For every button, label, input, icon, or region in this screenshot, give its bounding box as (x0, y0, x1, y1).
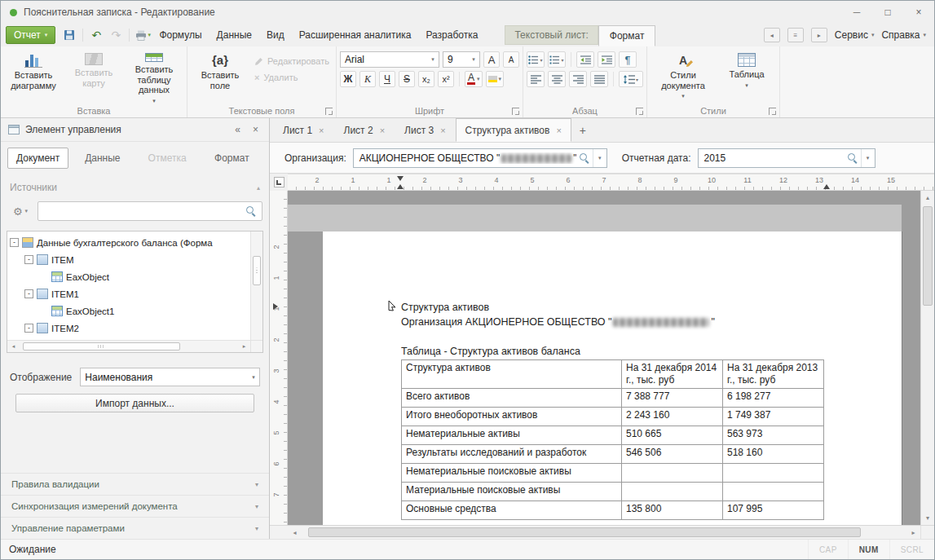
ribbon-nav-forward-button[interactable]: ▸ (811, 28, 827, 42)
dialog-launcher-icon[interactable] (325, 108, 333, 115)
tree-expander-icon[interactable]: - (24, 289, 33, 298)
tree-node[interactable]: EaxObject1 (10, 302, 249, 320)
italic-button[interactable]: К (359, 71, 376, 87)
chevron-down-icon[interactable]: ▾ (861, 149, 875, 167)
font-name-combo[interactable]: Arial ▾ (340, 51, 439, 68)
import-data-button[interactable]: Импорт данных... (15, 394, 254, 412)
numbered-list-button[interactable]: ▾ (548, 51, 566, 68)
dialog-launcher-icon[interactable] (636, 108, 643, 115)
scroll-up-icon[interactable]: ▴ (921, 191, 934, 205)
document-canvas[interactable]: Структура активов Организация АКЦИОНЕРНО… (288, 191, 920, 525)
tree-expander-icon[interactable]: - (24, 324, 33, 333)
sheet-tab[interactable]: Лист 2 × (334, 118, 395, 142)
ribbon-tab[interactable]: Формулы (152, 25, 209, 45)
line-spacing-button[interactable]: ▾ (619, 71, 643, 87)
sheet-tab[interactable]: Лист 3 × (395, 118, 456, 142)
report-menu-button[interactable]: Отчет ▾ (6, 26, 55, 44)
scroll-right-icon[interactable]: ▸ (906, 526, 920, 539)
font-size-combo[interactable]: 9 ▾ (443, 51, 480, 68)
tree-expander-icon[interactable]: - (10, 238, 19, 247)
tree-horizontal-scrollbar[interactable]: ◂ ▸ (7, 340, 250, 352)
collapsed-section-header[interactable]: Синхронизация измерений документа ▾ (1, 495, 269, 517)
tree-expander-icon[interactable]: - (24, 255, 33, 264)
panel-collapse-button[interactable]: « (232, 124, 244, 135)
ribbon-minimize-button[interactable]: ≡ (787, 28, 804, 42)
sheet-tab-close-icon[interactable]: × (319, 126, 324, 135)
subscript-button[interactable]: x₂ (418, 71, 434, 87)
save-button[interactable] (60, 27, 78, 43)
document-org-line[interactable]: Организация АКЦИОНЕРНОЕ ОБЩЕСТВО "" (401, 316, 715, 328)
increase-indent-button[interactable] (598, 51, 615, 68)
left-indent-marker[interactable] (397, 184, 404, 189)
decrease-indent-button[interactable] (576, 51, 594, 68)
table-styles-button[interactable]: Таблица ▾ (717, 49, 776, 104)
horizontal-ruler[interactable]: 21123456789101112131415 (288, 174, 934, 191)
vertical-scroll-thumb[interactable] (923, 206, 933, 306)
strikethrough-button[interactable]: S (399, 71, 415, 87)
organization-combo[interactable]: АКЦИОНЕРНОЕ ОБЩЕСТВО "" ▾ (353, 148, 607, 168)
right-indent-marker[interactable] (823, 184, 830, 189)
close-button[interactable]: × (903, 2, 934, 23)
scroll-left-icon[interactable]: ◂ (288, 526, 302, 539)
service-menu[interactable]: Сервис ▾ (835, 29, 875, 41)
tree-node[interactable]: EaxObject (10, 268, 249, 285)
align-center-button[interactable] (548, 71, 566, 87)
tree-vertical-scroll-thumb[interactable] (253, 256, 261, 285)
align-left-button[interactable] (527, 71, 545, 87)
scroll-left-icon[interactable]: ◂ (7, 341, 20, 352)
undo-button[interactable]: ↶ (87, 27, 105, 43)
minimize-button[interactable]: ─ (841, 2, 872, 23)
panel-tab[interactable]: Документ (7, 148, 68, 169)
scroll-right-icon[interactable]: ▸ (238, 341, 250, 352)
bullet-list-button[interactable]: ▾ (527, 51, 545, 68)
insert-datatable-button[interactable]: Вставить таблицу данных ▾ (125, 49, 183, 104)
horizontal-scroll-track[interactable] (302, 526, 906, 539)
panel-tab[interactable]: Отметка (137, 148, 198, 169)
vertical-ruler[interactable]: 211234567 (270, 191, 288, 525)
ribbon-nav-back-button[interactable]: ◂ (764, 28, 780, 42)
document-heading[interactable]: Структура активов (401, 302, 489, 313)
insert-chart-button[interactable]: Вставить диаграмму (4, 49, 63, 104)
document-page[interactable]: Структура активов Организация АКЦИОНЕРНО… (323, 231, 902, 525)
report-date-combo[interactable]: 2015 ▾ (698, 148, 875, 168)
maximize-button[interactable]: □ (872, 2, 903, 23)
sheet-tab-close-icon[interactable]: × (556, 126, 561, 135)
superscript-button[interactable]: x² (438, 71, 454, 87)
ribbon-tab[interactable]: Данные (209, 25, 259, 45)
vertical-scroll-track[interactable] (921, 205, 934, 511)
ruler-corner[interactable] (270, 174, 288, 191)
redo-button[interactable]: ↷ (107, 27, 125, 43)
help-menu[interactable]: Справка ▾ (881, 29, 926, 41)
ribbon-tab[interactable]: Вид (259, 25, 292, 45)
horizontal-scrollbar[interactable]: ◂ ▸ (270, 525, 934, 539)
display-mode-combo[interactable]: Наименования ▾ (80, 368, 260, 386)
dialog-launcher-icon[interactable] (769, 108, 776, 115)
horizontal-scroll-thumb[interactable] (308, 527, 861, 537)
chevron-down-icon[interactable]: ▾ (593, 149, 606, 167)
ribbon-tab[interactable]: Разработка (418, 25, 485, 45)
print-button[interactable]: ▾ (134, 27, 152, 43)
dialog-launcher-icon[interactable] (512, 108, 519, 115)
insert-field-button[interactable]: {a} Вставить поле (191, 49, 249, 104)
panel-tab[interactable]: Данные (72, 148, 133, 169)
align-right-button[interactable] (569, 71, 587, 87)
assets-table[interactable]: Структура активов На 31 декабря 2014 г.,… (401, 359, 824, 520)
scroll-down-icon[interactable]: ▾ (921, 511, 934, 525)
tree-node[interactable]: - ITEM1 (10, 285, 249, 302)
paragraph-mark-button[interactable]: ¶ (619, 51, 637, 68)
sheet-tab[interactable]: Лист 1 × (273, 118, 334, 142)
first-line-indent-marker[interactable] (397, 176, 404, 181)
vertical-scrollbar[interactable]: ▴ ▾ (920, 191, 934, 525)
document-styles-button[interactable]: А Стили документа ▾ (651, 49, 716, 104)
sources-section-header[interactable]: Источники ▴ (1, 173, 269, 199)
sources-settings-button[interactable]: ⚙ ▾ (7, 201, 33, 221)
tree-horizontal-scroll-track[interactable] (20, 341, 238, 352)
report-date-lookup-button[interactable] (845, 149, 861, 167)
tree-node[interactable]: - Данные бухгалтерского баланса (Форма (10, 234, 249, 251)
underline-button[interactable]: Ч (379, 71, 395, 87)
top-margin-marker[interactable] (273, 303, 278, 310)
add-sheet-button[interactable]: + (571, 118, 594, 142)
sheet-tab[interactable]: Структура активов × (456, 118, 571, 142)
bold-button[interactable]: Ж (340, 71, 356, 87)
highlight-color-button[interactable]: ▾ (486, 71, 505, 87)
